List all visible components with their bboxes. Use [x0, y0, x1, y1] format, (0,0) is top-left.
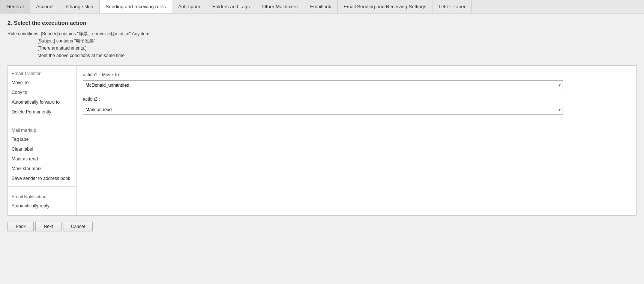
left-panel-mark-star[interactable]: Mark star mark — [8, 164, 77, 174]
action1-select[interactable]: McDonald_unhandledInboxSentDraftsTrash — [83, 80, 563, 90]
page-content: 2. Select the execution action Rule cond… — [0, 14, 644, 237]
divider-1 — [8, 120, 77, 120]
nav-letter-paper[interactable]: Letter Paper — [432, 0, 472, 13]
condition-3: Meet the above conditions at the same ti… — [38, 53, 125, 58]
action2-select-wrapper: Mark as readMark as unreadMark star mark… — [83, 105, 563, 115]
email-transfer-section: Email Transfer Move To Copy to Automatic… — [8, 66, 77, 118]
nav-account[interactable]: Account — [30, 0, 60, 13]
left-panel: Email Transfer Move To Copy to Automatic… — [8, 65, 77, 216]
nav-folders-tags[interactable]: Folders and Tags — [206, 0, 256, 13]
back-button[interactable]: Back — [8, 222, 34, 231]
nav-other-mailboxes[interactable]: Other Mailboxes — [256, 0, 304, 13]
action2-select[interactable]: Mark as readMark as unreadMark star mark… — [83, 105, 563, 115]
nav-change-skin[interactable]: Change skin — [60, 0, 99, 13]
main-layout: Email Transfer Move To Copy to Automatic… — [8, 65, 636, 216]
nav-sending-receiving[interactable]: Sending and receiving rules — [100, 0, 172, 13]
next-button[interactable]: Next — [35, 222, 62, 231]
condition-1: [Subject] contains "电子发票" — [38, 38, 96, 44]
left-panel-auto-reply[interactable]: Automatically reply — [8, 201, 77, 211]
nav-anti-spam[interactable]: Anti-spam — [172, 0, 207, 13]
nav-general[interactable]: General — [0, 0, 30, 13]
bottom-buttons: Back Next Cancel — [8, 216, 636, 231]
condition-0: [Sender] contains "详票、e-invoice@mcd.cn" … — [41, 31, 149, 36]
nav-email-sending-receiving[interactable]: Email Sending and Receiving Settings — [338, 0, 432, 13]
condition-2: [There are attachments.] — [38, 45, 87, 51]
mail-markup-section: Mail markup Tag label Clear label Mark a… — [8, 122, 77, 185]
cancel-button[interactable]: Cancel — [63, 222, 93, 231]
left-panel-mark-as-read[interactable]: Mark as read — [8, 154, 77, 164]
left-panel-clear-label[interactable]: Clear label — [8, 144, 77, 154]
top-navigation: General Account Change skin Sending and … — [0, 0, 644, 14]
nav-emaillink[interactable]: EmailLink — [304, 0, 338, 13]
email-notification-label: Email Notification — [8, 191, 77, 201]
action1-select-wrapper: McDonald_unhandledInboxSentDraftsTrash — [83, 80, 563, 90]
email-notification-section: Email Notification Automatically reply — [8, 188, 77, 212]
right-panel: action1：Move To McDonald_unhandledInboxS… — [77, 65, 636, 216]
action1-row: action1：Move To McDonald_unhandledInboxS… — [83, 72, 630, 90]
action2-label: action2： — [83, 96, 630, 103]
mail-markup-label: Mail markup — [8, 125, 77, 134]
page-title: 2. Select the execution action — [8, 20, 636, 26]
left-panel-move-to[interactable]: Move To — [8, 78, 77, 88]
action2-row: action2： Mark as readMark as unreadMark … — [83, 96, 630, 115]
left-panel-delete-permanently[interactable]: Delete Permanently — [8, 107, 77, 117]
left-panel-tag-label[interactable]: Tag label — [8, 134, 77, 144]
divider-2 — [8, 186, 77, 187]
email-transfer-label: Email Transfer — [8, 69, 77, 78]
left-panel-auto-forward[interactable]: Automatically forward to — [8, 97, 77, 107]
rule-conditions-label: Rule conditions: — [8, 31, 39, 36]
action1-label: action1：Move To — [83, 72, 630, 78]
left-panel-save-sender[interactable]: Save sender to address book — [8, 174, 77, 183]
left-panel-copy-to[interactable]: Copy to — [8, 88, 77, 97]
rule-conditions: Rule conditions: [Sender] contains "详票、e… — [8, 30, 636, 59]
